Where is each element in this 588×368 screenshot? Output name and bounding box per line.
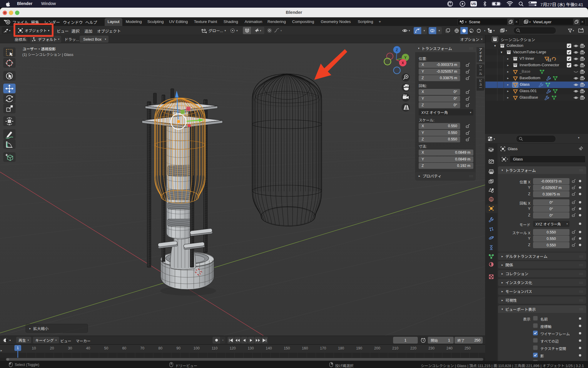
svg-text:Y: Y [404,56,407,60]
svg-text:X: X [402,61,404,65]
svg-text:Z: Z [396,48,398,52]
